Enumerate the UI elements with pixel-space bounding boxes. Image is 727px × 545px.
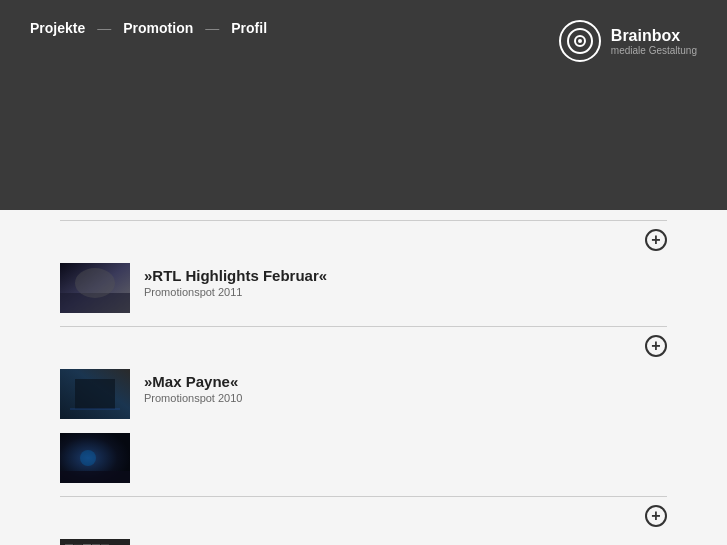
section-group-1: + bbox=[60, 220, 667, 321]
project-subtitle-maxpayne: Promotionspot 2010 bbox=[144, 392, 242, 404]
svg-point-10 bbox=[80, 450, 96, 466]
thumbnail-maxpayne2[interactable] bbox=[60, 433, 130, 483]
section-group-2: + bbox=[60, 326, 667, 491]
svg-rect-11 bbox=[60, 471, 130, 483]
expand-button-3[interactable]: + bbox=[645, 505, 667, 527]
project-item-maxpayne: »Max Payne« Promotionspot 2010 bbox=[60, 369, 667, 419]
logo-icon bbox=[559, 20, 601, 62]
main-nav: Projekte — Promotion — Profil bbox=[30, 20, 267, 36]
svg-rect-7 bbox=[75, 379, 115, 409]
svg-point-5 bbox=[75, 268, 115, 298]
project-title-maxpayne: »Max Payne« bbox=[144, 373, 242, 390]
items-group-3: »Mala Junta« Tanzvideo 2010 bbox=[60, 539, 667, 545]
project-info-malajunta: »Mala Junta« Tanzvideo 2010 bbox=[144, 539, 238, 545]
thumbnail-rtl[interactable] bbox=[60, 263, 130, 313]
logo-area: Brainbox mediale Gestaltung bbox=[559, 20, 697, 62]
svg-point-2 bbox=[578, 39, 582, 43]
project-title-rtl: »RTL Highlights Februar« bbox=[144, 267, 327, 284]
section-header-3: + bbox=[60, 496, 667, 531]
logo-tagline: mediale Gestaltung bbox=[611, 45, 697, 56]
thumbnail-maxpayne1[interactable] bbox=[60, 369, 130, 419]
items-group-1: »RTL Highlights Februar« Promotionspot 2… bbox=[60, 263, 667, 321]
project-item-rtl: »RTL Highlights Februar« Promotionspot 2… bbox=[60, 263, 667, 313]
section-group-3: + bbox=[60, 496, 667, 545]
logo-text: Brainbox mediale Gestaltung bbox=[611, 27, 697, 56]
project-subtitle-rtl: Promotionspot 2011 bbox=[144, 286, 327, 298]
content-area: + bbox=[0, 210, 727, 545]
nav-profil[interactable]: Profil bbox=[231, 20, 267, 36]
project-item-maxpayne2 bbox=[60, 433, 667, 483]
nav-projekte[interactable]: Projekte bbox=[30, 20, 85, 36]
project-info-rtl: »RTL Highlights Februar« Promotionspot 2… bbox=[144, 263, 327, 298]
project-info-maxpayne: »Max Payne« Promotionspot 2010 bbox=[144, 369, 242, 404]
expand-button-1[interactable]: + bbox=[645, 229, 667, 251]
nav-sep-1: — bbox=[97, 20, 111, 36]
items-group-2: »Max Payne« Promotionspot 2010 bbox=[60, 369, 667, 491]
nav-promotion[interactable]: Promotion bbox=[123, 20, 193, 36]
section-header-1: + bbox=[60, 220, 667, 255]
app-wrapper: Projekte — Promotion — Profil Brainbox m… bbox=[0, 0, 727, 545]
section-header-2: + bbox=[60, 326, 667, 361]
nav-sep-2: — bbox=[205, 20, 219, 36]
header: Projekte — Promotion — Profil Brainbox m… bbox=[0, 0, 727, 210]
thumbnail-malajunta[interactable] bbox=[60, 539, 130, 545]
logo-brand: Brainbox bbox=[611, 27, 697, 45]
expand-button-2[interactable]: + bbox=[645, 335, 667, 357]
project-item-malajunta: »Mala Junta« Tanzvideo 2010 bbox=[60, 539, 667, 545]
